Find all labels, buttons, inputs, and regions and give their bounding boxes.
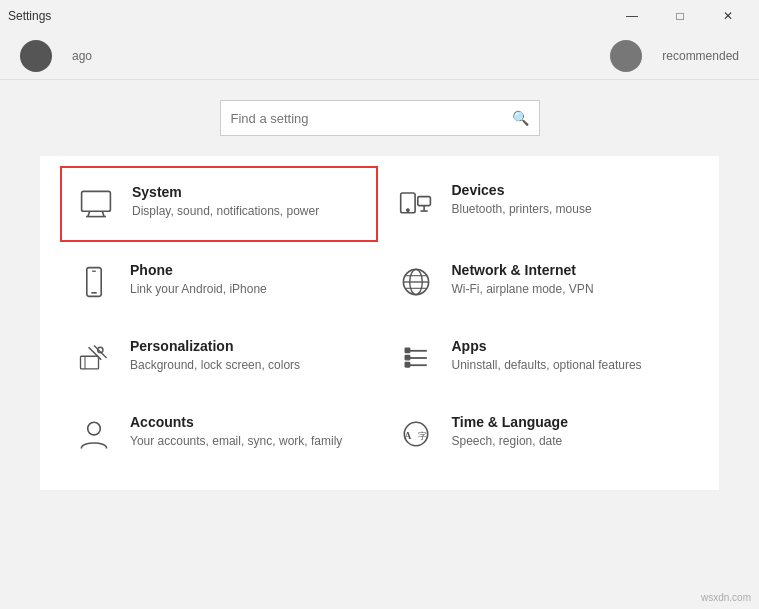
svg-text:字: 字 <box>417 431 426 441</box>
accounts-title: Accounts <box>130 414 342 430</box>
update-time-text: ago <box>72 49 590 63</box>
devices-title: Devices <box>452 182 592 198</box>
settings-item-devices[interactable]: Devices Bluetooth, printers, mouse <box>382 166 700 242</box>
system-text: System Display, sound, notifications, po… <box>132 184 319 220</box>
settings-item-accounts[interactable]: Accounts Your accounts, email, sync, wor… <box>60 398 378 470</box>
devices-icon <box>396 182 436 222</box>
update-bar: ago recommended <box>0 32 759 80</box>
settings-item-network[interactable]: Network & Internet Wi-Fi, airplane mode,… <box>382 246 700 318</box>
title-bar-controls: — □ ✕ <box>609 0 751 32</box>
accounts-desc: Your accounts, email, sync, work, family <box>130 433 342 450</box>
apps-icon <box>396 338 436 378</box>
search-box[interactable]: 🔍 <box>220 100 540 136</box>
system-desc: Display, sound, notifications, power <box>132 203 319 220</box>
settings-item-phone[interactable]: Phone Link your Android, iPhone <box>60 246 378 318</box>
watermark: wsxdn.com <box>701 592 751 603</box>
personalization-icon <box>74 338 114 378</box>
system-icon <box>76 184 116 224</box>
search-container: 🔍 <box>0 80 759 156</box>
time-text: Time & Language Speech, region, date <box>452 414 568 450</box>
personalization-desc: Background, lock screen, colors <box>130 357 300 374</box>
apps-text: Apps Uninstall, defaults, optional featu… <box>452 338 642 374</box>
close-button[interactable]: ✕ <box>705 0 751 32</box>
svg-rect-24 <box>405 355 410 360</box>
svg-rect-17 <box>81 356 99 369</box>
app-title: Settings <box>8 9 51 23</box>
network-text: Network & Internet Wi-Fi, airplane mode,… <box>452 262 594 298</box>
settings-main: System Display, sound, notifications, po… <box>40 156 719 490</box>
settings-item-time[interactable]: A 字 Time & Language Speech, region, date <box>382 398 700 470</box>
phone-icon <box>74 262 114 302</box>
svg-point-8 <box>406 209 409 212</box>
settings-item-personalization[interactable]: Personalization Background, lock screen,… <box>60 322 378 394</box>
time-icon: A 字 <box>396 414 436 454</box>
accounts-icon <box>74 414 114 454</box>
search-icon: 🔍 <box>512 110 529 126</box>
apps-desc: Uninstall, defaults, optional features <box>452 357 642 374</box>
settings-item-system[interactable]: System Display, sound, notifications, po… <box>60 166 378 242</box>
time-title: Time & Language <box>452 414 568 430</box>
system-title: System <box>132 184 319 200</box>
search-input[interactable] <box>231 111 504 126</box>
phone-title: Phone <box>130 262 267 278</box>
network-desc: Wi-Fi, airplane mode, VPN <box>452 281 594 298</box>
personalization-title: Personalization <box>130 338 300 354</box>
devices-text: Devices Bluetooth, printers, mouse <box>452 182 592 218</box>
minimize-button[interactable]: — <box>609 0 655 32</box>
svg-rect-23 <box>405 348 410 353</box>
settings-grid: System Display, sound, notifications, po… <box>60 166 699 470</box>
network-icon <box>396 262 436 302</box>
phone-desc: Link your Android, iPhone <box>130 281 267 298</box>
apps-title: Apps <box>452 338 642 354</box>
devices-desc: Bluetooth, printers, mouse <box>452 201 592 218</box>
svg-rect-25 <box>405 363 410 368</box>
settings-item-apps[interactable]: Apps Uninstall, defaults, optional featu… <box>382 322 700 394</box>
user-avatar-2 <box>610 40 642 72</box>
svg-point-26 <box>88 422 101 435</box>
title-bar: Settings — □ ✕ <box>0 0 759 32</box>
personalization-text: Personalization Background, lock screen,… <box>130 338 300 374</box>
title-bar-left: Settings <box>8 9 51 23</box>
network-title: Network & Internet <box>452 262 594 278</box>
svg-rect-5 <box>417 197 430 206</box>
svg-rect-0 <box>82 191 111 211</box>
recommended-text: recommended <box>662 49 739 63</box>
user-avatar-1 <box>20 40 52 72</box>
accounts-text: Accounts Your accounts, email, sync, wor… <box>130 414 342 450</box>
time-desc: Speech, region, date <box>452 433 568 450</box>
svg-text:A: A <box>404 430 412 441</box>
maximize-button[interactable]: □ <box>657 0 703 32</box>
phone-text: Phone Link your Android, iPhone <box>130 262 267 298</box>
